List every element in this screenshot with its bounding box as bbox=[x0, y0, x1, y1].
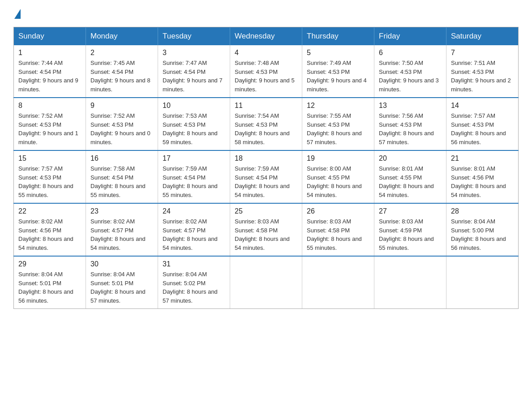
day-info: Sunrise: 7:55 AMSunset: 4:53 PMDaylight:… bbox=[307, 112, 362, 146]
day-number: 29 bbox=[18, 260, 81, 268]
weekday-header-row: SundayMondayTuesdayWednesdayThursdayFrid… bbox=[14, 27, 519, 46]
day-info: Sunrise: 7:52 AMSunset: 4:53 PMDaylight:… bbox=[90, 112, 150, 146]
calendar-cell: 25Sunrise: 8:03 AMSunset: 4:58 PMDayligh… bbox=[230, 203, 302, 256]
day-info: Sunrise: 7:57 AMSunset: 4:53 PMDaylight:… bbox=[451, 112, 506, 146]
day-info: Sunrise: 7:47 AMSunset: 4:54 PMDaylight:… bbox=[163, 60, 223, 93]
day-number: 26 bbox=[307, 207, 369, 215]
day-info: Sunrise: 8:01 AMSunset: 4:55 PMDaylight:… bbox=[379, 165, 434, 198]
calendar-cell: 11Sunrise: 7:54 AMSunset: 4:53 PMDayligh… bbox=[230, 98, 302, 150]
day-info: Sunrise: 8:01 AMSunset: 4:56 PMDaylight:… bbox=[451, 165, 506, 198]
calendar-cell: 14Sunrise: 7:57 AMSunset: 4:53 PMDayligh… bbox=[446, 98, 519, 150]
day-number: 15 bbox=[18, 154, 81, 163]
day-number: 24 bbox=[163, 207, 225, 215]
day-number: 27 bbox=[379, 207, 442, 215]
day-number: 20 bbox=[379, 154, 442, 163]
day-number: 25 bbox=[235, 207, 297, 215]
calendar-cell: 22Sunrise: 8:02 AMSunset: 4:56 PMDayligh… bbox=[14, 203, 86, 256]
logo bbox=[13, 9, 21, 18]
day-info: Sunrise: 7:59 AMSunset: 4:54 PMDaylight:… bbox=[235, 165, 290, 198]
weekday-header-thursday: Thursday bbox=[302, 27, 374, 46]
calendar-cell: 9Sunrise: 7:52 AMSunset: 4:53 PMDaylight… bbox=[86, 98, 158, 150]
calendar-cell: 31Sunrise: 8:04 AMSunset: 5:02 PMDayligh… bbox=[158, 256, 230, 309]
calendar-cell bbox=[446, 256, 519, 309]
day-info: Sunrise: 7:45 AMSunset: 4:54 PMDaylight:… bbox=[90, 60, 150, 93]
day-info: Sunrise: 8:03 AMSunset: 4:58 PMDaylight:… bbox=[307, 218, 362, 251]
calendar-cell bbox=[374, 256, 446, 309]
weekday-header-monday: Monday bbox=[86, 27, 158, 46]
day-info: Sunrise: 7:50 AMSunset: 4:53 PMDaylight:… bbox=[379, 60, 439, 93]
day-info: Sunrise: 8:04 AMSunset: 5:01 PMDaylight:… bbox=[18, 271, 73, 304]
calendar-cell bbox=[230, 256, 302, 309]
day-info: Sunrise: 8:04 AMSunset: 5:00 PMDaylight:… bbox=[451, 218, 506, 251]
day-number: 14 bbox=[451, 102, 514, 110]
day-info: Sunrise: 7:48 AMSunset: 4:53 PMDaylight:… bbox=[235, 60, 295, 93]
calendar-table: SundayMondayTuesdayWednesdayThursdayFrid… bbox=[13, 27, 519, 309]
calendar-cell: 13Sunrise: 7:56 AMSunset: 4:53 PMDayligh… bbox=[374, 98, 446, 150]
calendar-cell: 19Sunrise: 8:00 AMSunset: 4:55 PMDayligh… bbox=[302, 150, 374, 203]
day-number: 16 bbox=[90, 154, 153, 163]
calendar-week-row: 8Sunrise: 7:52 AMSunset: 4:53 PMDaylight… bbox=[14, 98, 519, 150]
weekday-header-friday: Friday bbox=[374, 27, 446, 46]
day-info: Sunrise: 8:04 AMSunset: 5:01 PMDaylight:… bbox=[90, 271, 146, 304]
calendar-cell: 4Sunrise: 7:48 AMSunset: 4:53 PMDaylight… bbox=[230, 45, 302, 98]
day-info: Sunrise: 7:44 AMSunset: 4:54 PMDaylight:… bbox=[18, 60, 78, 93]
day-number: 8 bbox=[18, 102, 81, 110]
day-number: 4 bbox=[235, 49, 297, 57]
day-info: Sunrise: 8:02 AMSunset: 4:57 PMDaylight:… bbox=[90, 218, 146, 251]
day-number: 17 bbox=[163, 154, 225, 163]
day-info: Sunrise: 7:56 AMSunset: 4:53 PMDaylight:… bbox=[379, 112, 434, 146]
calendar-week-row: 29Sunrise: 8:04 AMSunset: 5:01 PMDayligh… bbox=[14, 256, 519, 309]
day-number: 6 bbox=[379, 49, 442, 57]
calendar-cell: 29Sunrise: 8:04 AMSunset: 5:01 PMDayligh… bbox=[14, 256, 86, 309]
calendar-week-row: 1Sunrise: 7:44 AMSunset: 4:54 PMDaylight… bbox=[14, 45, 519, 98]
calendar-cell: 8Sunrise: 7:52 AMSunset: 4:53 PMDaylight… bbox=[14, 98, 86, 150]
calendar-cell: 18Sunrise: 7:59 AMSunset: 4:54 PMDayligh… bbox=[230, 150, 302, 203]
calendar-cell: 12Sunrise: 7:55 AMSunset: 4:53 PMDayligh… bbox=[302, 98, 374, 150]
calendar-cell: 10Sunrise: 7:53 AMSunset: 4:53 PMDayligh… bbox=[158, 98, 230, 150]
page-header bbox=[13, 9, 519, 18]
day-info: Sunrise: 7:58 AMSunset: 4:54 PMDaylight:… bbox=[90, 165, 146, 198]
day-info: Sunrise: 7:53 AMSunset: 4:53 PMDaylight:… bbox=[163, 112, 218, 146]
day-info: Sunrise: 7:54 AMSunset: 4:53 PMDaylight:… bbox=[235, 112, 290, 146]
day-info: Sunrise: 8:02 AMSunset: 4:56 PMDaylight:… bbox=[18, 218, 73, 251]
day-number: 23 bbox=[90, 207, 153, 215]
day-number: 5 bbox=[307, 49, 369, 57]
day-number: 28 bbox=[451, 207, 514, 215]
day-number: 9 bbox=[90, 102, 153, 110]
day-info: Sunrise: 7:51 AMSunset: 4:53 PMDaylight:… bbox=[451, 60, 511, 93]
calendar-week-row: 22Sunrise: 8:02 AMSunset: 4:56 PMDayligh… bbox=[14, 203, 519, 256]
calendar-cell: 15Sunrise: 7:57 AMSunset: 4:53 PMDayligh… bbox=[14, 150, 86, 203]
day-number: 12 bbox=[307, 102, 369, 110]
calendar-week-row: 15Sunrise: 7:57 AMSunset: 4:53 PMDayligh… bbox=[14, 150, 519, 203]
day-number: 13 bbox=[379, 102, 442, 110]
day-number: 22 bbox=[18, 207, 81, 215]
day-number: 30 bbox=[90, 260, 153, 268]
weekday-header-sunday: Sunday bbox=[14, 27, 86, 46]
day-info: Sunrise: 7:52 AMSunset: 4:53 PMDaylight:… bbox=[18, 112, 78, 146]
day-number: 21 bbox=[451, 154, 514, 163]
calendar-cell: 23Sunrise: 8:02 AMSunset: 4:57 PMDayligh… bbox=[86, 203, 158, 256]
calendar-cell: 7Sunrise: 7:51 AMSunset: 4:53 PMDaylight… bbox=[446, 45, 519, 98]
day-info: Sunrise: 8:03 AMSunset: 4:59 PMDaylight:… bbox=[379, 218, 434, 251]
day-info: Sunrise: 7:59 AMSunset: 4:54 PMDaylight:… bbox=[163, 165, 218, 198]
day-number: 2 bbox=[90, 49, 153, 57]
calendar-cell: 6Sunrise: 7:50 AMSunset: 4:53 PMDaylight… bbox=[374, 45, 446, 98]
day-number: 7 bbox=[451, 49, 514, 57]
calendar-cell: 3Sunrise: 7:47 AMSunset: 4:54 PMDaylight… bbox=[158, 45, 230, 98]
calendar-cell: 21Sunrise: 8:01 AMSunset: 4:56 PMDayligh… bbox=[446, 150, 519, 203]
day-info: Sunrise: 8:04 AMSunset: 5:02 PMDaylight:… bbox=[163, 271, 218, 304]
day-info: Sunrise: 8:00 AMSunset: 4:55 PMDaylight:… bbox=[307, 165, 362, 198]
calendar-cell: 5Sunrise: 7:49 AMSunset: 4:53 PMDaylight… bbox=[302, 45, 374, 98]
day-number: 31 bbox=[163, 260, 225, 268]
weekday-header-saturday: Saturday bbox=[446, 27, 519, 46]
calendar-cell: 30Sunrise: 8:04 AMSunset: 5:01 PMDayligh… bbox=[86, 256, 158, 309]
day-number: 3 bbox=[163, 49, 225, 57]
calendar-cell: 20Sunrise: 8:01 AMSunset: 4:55 PMDayligh… bbox=[374, 150, 446, 203]
calendar-cell: 1Sunrise: 7:44 AMSunset: 4:54 PMDaylight… bbox=[14, 45, 86, 98]
day-info: Sunrise: 7:49 AMSunset: 4:53 PMDaylight:… bbox=[307, 60, 367, 93]
day-info: Sunrise: 7:57 AMSunset: 4:53 PMDaylight:… bbox=[18, 165, 73, 198]
day-info: Sunrise: 8:03 AMSunset: 4:58 PMDaylight:… bbox=[235, 218, 290, 251]
calendar-cell: 26Sunrise: 8:03 AMSunset: 4:58 PMDayligh… bbox=[302, 203, 374, 256]
day-number: 1 bbox=[18, 49, 81, 57]
calendar-cell: 17Sunrise: 7:59 AMSunset: 4:54 PMDayligh… bbox=[158, 150, 230, 203]
